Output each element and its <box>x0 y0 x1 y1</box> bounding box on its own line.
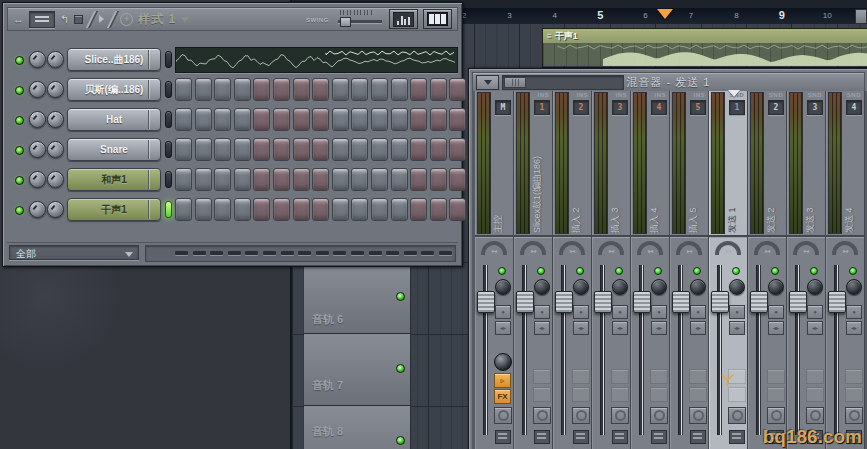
fx-slot[interactable] <box>767 369 785 384</box>
strip-enable-led[interactable] <box>732 267 740 275</box>
graph-editor-button[interactable] <box>389 9 418 29</box>
mixer-track-name[interactable]: 插入 3 <box>609 103 622 233</box>
step-cell[interactable] <box>430 108 447 131</box>
plugin-window-icon[interactable] <box>690 430 706 444</box>
mixer-strip[interactable]: INS3插入 3▸◂●◂▸ <box>592 91 631 449</box>
channel-volume-knob[interactable] <box>47 171 64 188</box>
slot-selector-button[interactable] <box>806 407 824 424</box>
step-cell[interactable] <box>449 108 466 131</box>
timeline-bar-number[interactable]: 4 <box>553 11 557 20</box>
channel-volume-knob[interactable] <box>47 111 64 128</box>
slot-selector-button[interactable] <box>533 407 551 424</box>
timeline-bar-number[interactable]: 6 <box>643 11 647 20</box>
step-cell[interactable] <box>391 78 408 101</box>
channel-mute-led[interactable] <box>15 206 24 215</box>
fx-slot[interactable] <box>767 387 785 402</box>
step-cell[interactable] <box>430 138 447 161</box>
channel-button[interactable]: Snare <box>67 138 161 161</box>
mixer-strip[interactable]: SND4发送 4▸◂●◂▸ <box>826 91 865 449</box>
fx-slot[interactable] <box>533 369 551 384</box>
step-cell[interactable] <box>410 168 427 191</box>
plugin-window-icon[interactable] <box>495 430 511 444</box>
strip-reset-button[interactable]: ● <box>690 305 706 319</box>
step-cell[interactable] <box>293 138 310 161</box>
channel-mute-led[interactable] <box>15 146 24 155</box>
stereo-separation-button[interactable]: ◂▸ <box>768 321 784 335</box>
strip-pan-knob[interactable] <box>846 279 862 295</box>
step-cell[interactable] <box>430 168 447 191</box>
strip-enable-led[interactable] <box>576 267 584 275</box>
strip-reset-button[interactable]: ● <box>846 305 862 319</box>
plugin-window-icon[interactable] <box>534 430 550 444</box>
fx-slot[interactable] <box>806 387 824 402</box>
step-cell[interactable] <box>371 138 388 161</box>
step-cell[interactable] <box>312 138 329 161</box>
strip-reset-button[interactable]: ● <box>651 305 667 319</box>
timeline-bar-number[interactable]: 5 <box>597 9 603 21</box>
fx-slot[interactable] <box>611 387 629 402</box>
stereo-separation-button[interactable]: ◂▸ <box>534 321 550 335</box>
strip-reset-button[interactable]: ● <box>495 305 511 319</box>
mixer-track-name[interactable]: 发送 2 <box>765 103 778 233</box>
strip-pan-knob[interactable] <box>534 279 550 295</box>
channel-pan-knob[interactable] <box>29 201 46 218</box>
plugin-window-icon[interactable] <box>612 430 628 444</box>
channel-mute-led[interactable] <box>15 176 24 185</box>
strip-enable-led[interactable] <box>810 267 818 275</box>
fx-slot[interactable] <box>572 369 590 384</box>
step-cell[interactable] <box>371 108 388 131</box>
mixer-strip[interactable]: INS4插入 4▸◂●◂▸ <box>631 91 670 449</box>
swing-slider-handle[interactable] <box>340 17 351 27</box>
channel-pan-knob[interactable] <box>29 81 46 98</box>
step-cell[interactable] <box>273 138 290 161</box>
step-cell[interactable] <box>351 78 368 101</box>
step-cell[interactable] <box>175 168 192 191</box>
step-cell[interactable] <box>449 78 466 101</box>
step-cell[interactable] <box>214 138 231 161</box>
slot-selector-button[interactable] <box>572 407 590 424</box>
step-cell[interactable] <box>430 78 447 101</box>
mixer-track-name[interactable]: 主控 <box>492 103 505 233</box>
step-cell[interactable] <box>332 168 349 191</box>
mixer-track-name[interactable]: 插入 2 <box>570 103 583 233</box>
strip-reset-button[interactable]: ● <box>573 305 589 319</box>
step-cell[interactable] <box>293 108 310 131</box>
step-cell[interactable] <box>234 78 251 101</box>
strip-enable-led[interactable] <box>771 267 779 275</box>
step-cell[interactable] <box>410 78 427 101</box>
channel-mute-led[interactable] <box>15 116 24 125</box>
volume-fader-handle[interactable] <box>711 291 729 313</box>
step-cell[interactable] <box>312 168 329 191</box>
step-cell[interactable] <box>391 168 408 191</box>
strip-enable-led[interactable] <box>654 267 662 275</box>
step-cell[interactable] <box>214 108 231 131</box>
fx-slot[interactable] <box>650 369 668 384</box>
master-route-knob[interactable] <box>494 353 512 371</box>
plugin-window-icon[interactable] <box>573 430 589 444</box>
channel-button[interactable]: Hat <box>67 108 161 131</box>
send-switch-icon[interactable] <box>720 374 735 387</box>
slot-selector-button[interactable] <box>728 407 746 424</box>
stereo-separation-button[interactable]: ◂▸ <box>807 321 823 335</box>
step-cell[interactable] <box>332 198 349 221</box>
fx-slot[interactable] <box>611 369 629 384</box>
channel-button[interactable]: Slice..曲186) <box>67 48 161 71</box>
step-cell[interactable] <box>253 108 270 131</box>
step-cell[interactable] <box>293 78 310 101</box>
step-cell[interactable] <box>449 198 466 221</box>
strip-pan-knob[interactable] <box>690 279 706 295</box>
plugin-window-icon[interactable] <box>729 430 745 444</box>
step-cell[interactable] <box>332 78 349 101</box>
step-cell[interactable] <box>293 168 310 191</box>
add-pattern-icon[interactable]: + <box>120 13 133 26</box>
playlist-track-led[interactable] <box>396 436 405 445</box>
channel-mute-led[interactable] <box>15 86 24 95</box>
channel-waveform-preview[interactable] <box>175 47 458 73</box>
channel-rack-titlebar[interactable]: ↔ ↰ + 样式 1 SWING <box>7 7 458 31</box>
fx-enabled-badge[interactable]: FX <box>494 389 511 404</box>
playlist-scroll-thumb[interactable] <box>855 9 867 24</box>
step-cell[interactable] <box>371 198 388 221</box>
mixer-track-name[interactable]: Slicex鼓1(编曲186) <box>531 103 544 233</box>
channel-volume-knob[interactable] <box>47 201 64 218</box>
mixer-strip[interactable]: SND1发送 1▸◂●◂▸ <box>709 91 748 449</box>
